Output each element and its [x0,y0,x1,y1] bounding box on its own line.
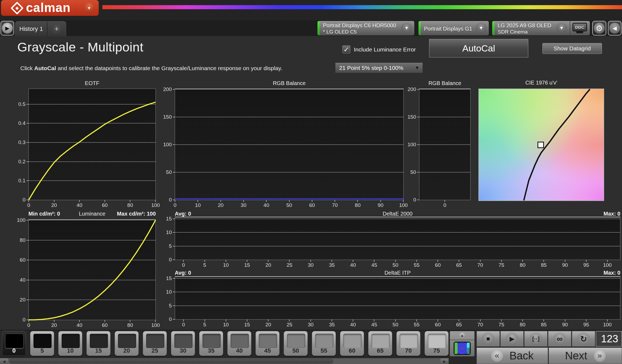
point-count-dropdown[interactable]: 21 Point 5% step 0-100% ▼ [335,63,423,73]
tick-mark [247,260,247,262]
swatch-scrollbar[interactable]: ◀ ▶ [0,358,449,364]
swatch-label: 45 [256,347,279,354]
y-tick-label: 0.5 [18,101,25,107]
swatch-tile[interactable]: 25 [143,331,167,356]
tick-mark [543,319,544,321]
show-datagrid-button[interactable]: Show Datagrid [542,43,602,54]
tick-mark [155,200,156,202]
chevron-left-icon: ◀ [609,23,620,34]
chevron-down-icon: ▼ [415,65,419,71]
display-mode: SDR Cinema [498,29,555,35]
tab-history-1[interactable]: History 1 + [15,21,66,36]
tick-mark [130,320,130,322]
swatch-tile[interactable]: 10 [58,331,82,356]
tick-mark [332,319,332,321]
luminance-chart: 020406080100020406080100 [28,219,156,320]
ddc-control-button[interactable]: DDC [570,21,590,35]
tick-mark [27,123,29,123]
chevron-right-icon: ▶ [443,359,446,363]
tick-mark [586,260,587,262]
include-luminance-error-checkbox-row[interactable]: ✓ Include Luminance Error [342,46,416,53]
back-button[interactable]: « Back [477,347,548,364]
autocal-button[interactable]: AutoCal [429,39,528,57]
tab-strip: ▶ History 1 + Portrait Displays C6 HDR50… [0,20,622,36]
y-tick-label: 5 [169,303,172,309]
swatch-tile[interactable]: 35 [199,331,223,356]
back-button-label: Back [510,350,534,362]
swatch-tile[interactable]: 75 [425,331,449,356]
continuous-read-button[interactable]: ∞ [548,331,571,347]
swatch-tile[interactable]: 65 [368,331,392,356]
add-tab-button[interactable]: + [47,21,66,36]
pattern-window-thumbnail[interactable] [453,342,471,355]
tick-mark [226,319,226,321]
x-tick-label: 5 [203,322,206,328]
refresh-button[interactable]: ↻ [572,331,595,347]
scrollbar-thumb[interactable] [9,359,333,363]
tick-mark [607,260,608,262]
pattern-window-panel: ▲ [450,331,475,356]
pattern-preview-image [454,342,470,355]
meter-dropdown[interactable]: Portrait Displays C6 HDR5000 * LG OLED C… [317,21,414,35]
swatch-tile[interactable]: 45 [255,331,280,356]
stop-button[interactable]: ■ [477,331,500,347]
tick-mark [374,260,374,262]
tick-mark [332,260,332,262]
x-tick-label: 40 [264,202,269,208]
x-tick-label: 20 [51,322,57,328]
y-tick-label: 0 [22,317,25,323]
x-tick-label: 65 [456,322,462,328]
gridline [175,306,620,306]
tick-mark [173,144,175,145]
checkbox-checked-icon[interactable]: ✓ [342,46,350,53]
tick-mark [417,117,419,117]
swatch-tile[interactable]: 55 [312,331,336,356]
pattern-up-button[interactable]: ▲ [450,331,474,340]
tick-mark [403,200,404,202]
single-series-button[interactable]: [··] [524,331,548,347]
tick-mark [247,319,247,321]
y-tick-label: 150 [163,114,172,120]
swatch-tile[interactable]: 50 [284,331,308,356]
x-tick-label: 50 [286,202,292,208]
settings-button[interactable]: ⚙ [592,21,606,35]
swatch-tile[interactable]: 0 [2,331,26,356]
x-tick-label: 60 [102,322,108,328]
y-tick-label: 0.4 [18,120,25,126]
play-button[interactable]: ▶ [500,331,524,347]
scroll-right-button[interactable]: ▶ [440,358,449,364]
y-tick-label: 0 [22,197,25,203]
swatch-tile[interactable]: 30 [171,331,195,356]
gridline [419,117,470,117]
swatch-tile[interactable]: 70 [396,331,420,356]
tick-mark [175,200,175,202]
x-tick-label: 15 [244,262,250,268]
tick-mark [459,260,459,262]
tick-mark [565,319,565,321]
tick-mark [54,200,54,202]
next-button[interactable]: Next » [549,347,622,364]
x-tick-label: 100 [399,202,408,208]
swatch-tile[interactable]: 60 [340,331,364,356]
history-expand-button[interactable]: ▶ [1,21,14,35]
tick-mark [416,319,417,321]
collapse-panel-button[interactable]: ◀ [608,21,621,35]
tick-mark [310,260,311,262]
logo-menu-caret-icon[interactable]: ▼ [84,3,94,13]
swatch-chip [146,334,164,348]
x-tick-label: 85 [541,322,547,328]
tick-mark [183,319,184,321]
swatch-tile[interactable]: 20 [115,331,139,356]
swatch-tile[interactable]: 40 [227,331,251,356]
max-luminance-label: Max cd/m²: 100 [117,211,156,217]
swatch-tile[interactable]: 15 [86,331,111,356]
swatch-tile[interactable]: 5 [30,331,54,356]
display-dropdown[interactable]: LG 2025 A9 G8 OLED SDR Cinema ▼ DDC [492,21,590,35]
gear-icon: ⚙ [594,23,605,34]
x-tick-label: 80 [520,322,526,328]
scroll-left-button[interactable]: ◀ [0,358,8,364]
tick-mark [173,278,175,279]
source-dropdown[interactable]: Portrait Displays G1 ▼ [418,21,489,35]
calman-logo-menu[interactable]: calman ▼ [1,0,99,16]
x-tick-label: 55 [414,322,419,328]
